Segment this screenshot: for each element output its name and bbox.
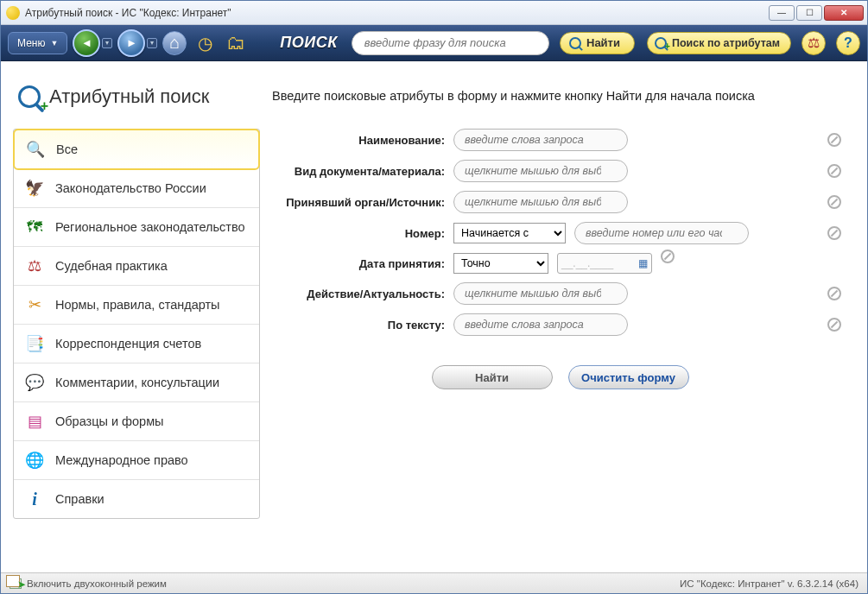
sidebar-item-label: Комментарии, консультации <box>55 376 219 390</box>
version-label: ИС "Кодекс: Интранет" v. 6.3.2.14 (x64) <box>680 578 858 589</box>
ledger-icon: 📑 <box>24 333 45 354</box>
sidebar-item-label: Региональное законодательство <box>55 220 245 235</box>
number-mode-select[interactable]: Начинается с <box>453 223 566 243</box>
search-form: Наименование: Вид документа/материала: П… <box>272 129 855 389</box>
sidebar-item-references[interactable]: i Справки <box>14 480 259 518</box>
page-title: Атрибутный поиск <box>49 85 209 108</box>
history-button[interactable]: ◷ <box>192 31 218 55</box>
info-icon: i <box>24 489 45 509</box>
app-icon <box>6 6 20 20</box>
relevance-input[interactable] <box>453 282 628 305</box>
sidebar-item-legislation-russia[interactable]: 🦅 Законодательство России <box>14 169 259 208</box>
doctype-input[interactable] <box>453 160 628 182</box>
sidebar-item-label: Судебная практика <box>55 259 168 274</box>
chevron-down-icon: ▼ <box>50 39 58 47</box>
search-input[interactable] <box>364 36 547 49</box>
label-authority: Принявший орган/Источник: <box>272 196 445 209</box>
form-clear-button[interactable]: Очистить форму <box>568 365 689 389</box>
search-section-title: ПОИСК <box>280 34 337 52</box>
attr-label: Поиск по атрибутам <box>672 37 780 49</box>
sidebar-item-court-practice[interactable]: ⚖ Судебная практика <box>14 247 259 286</box>
authority-input[interactable] <box>453 191 628 213</box>
clear-icon[interactable] <box>661 250 675 263</box>
nav-back-history[interactable]: ▾ <box>102 38 112 48</box>
label-doctype: Вид документа/материала: <box>272 165 445 178</box>
clear-icon[interactable] <box>827 226 841 240</box>
calendar-icon[interactable]: ▦ <box>638 257 648 269</box>
form-find-button[interactable]: Найти <box>432 365 553 389</box>
page-heading: + Атрибутный поиск <box>13 77 260 129</box>
number-input[interactable] <box>574 222 749 244</box>
magnifier-icon: 🔍 <box>25 139 46 160</box>
dual-pane-toggle[interactable]: Включить двухоконный режим <box>27 578 167 589</box>
title-bar: Атрибутный поиск - ИС "Кодекс: Интранет"… <box>1 1 867 25</box>
maximize-button[interactable]: ☐ <box>796 5 822 21</box>
search-icon <box>569 37 581 49</box>
globe-icon: 🌐 <box>24 450 45 471</box>
window-title: Атрибутный поиск - ИС "Кодекс: Интранет" <box>25 7 231 19</box>
folders-button[interactable]: 🗂 <box>223 31 249 55</box>
sidebar-item-forms[interactable]: ▤ Образцы и формы <box>14 402 259 441</box>
find-button[interactable]: Найти <box>560 32 635 54</box>
nav-forward-button[interactable]: ► <box>117 29 145 57</box>
balance-button[interactable]: ⚖ <box>801 31 826 55</box>
sidebar-item-label: Все <box>56 142 78 157</box>
label-name: Наименование: <box>272 134 445 147</box>
status-bar: ➤ Включить двухоконный режим ИС "Кодекс:… <box>1 572 867 593</box>
clear-icon[interactable] <box>827 133 841 147</box>
label-number: Номер: <box>272 227 445 240</box>
find-label: Найти <box>586 36 620 49</box>
help-button[interactable]: ? <box>836 31 860 55</box>
nav-forward-history[interactable]: ▾ <box>147 38 157 48</box>
attribute-search-button[interactable]: + Поиск по атрибутам <box>647 32 791 54</box>
dual-pane-icon: ➤ <box>10 578 22 589</box>
label-text: По тексту: <box>272 319 445 332</box>
scale-icon: ⚖ <box>808 35 820 51</box>
sidebar-item-international[interactable]: 🌐 Международное право <box>14 441 259 480</box>
main-hint: Введите поисковые атрибуты в форму и наж… <box>272 77 855 129</box>
label-date: Дата принятия: <box>272 257 445 270</box>
clear-icon[interactable] <box>827 287 841 300</box>
clear-icon[interactable] <box>827 318 841 332</box>
sidebar-item-accounts[interactable]: 📑 Корреспонденция счетов <box>14 325 259 363</box>
compass-icon: ✂ <box>24 294 45 315</box>
sidebar-item-label: Законодательство России <box>55 181 206 196</box>
name-input[interactable] <box>453 129 628 151</box>
search-plus-icon: + <box>18 85 41 108</box>
home-button[interactable]: ⌂ <box>162 31 187 55</box>
form-icon: ▤ <box>24 411 45 432</box>
search-box[interactable] <box>352 31 549 55</box>
clear-icon[interactable] <box>827 195 841 209</box>
sidebar-item-comments[interactable]: 💬 Комментарии, консультации <box>14 363 259 402</box>
date-input[interactable]: __.__.____ ▦ <box>557 253 652 274</box>
nav-back-button[interactable]: ◄ <box>73 29 100 57</box>
sidebar-item-label: Корреспонденция счетов <box>55 337 201 351</box>
chat-icon: 💬 <box>24 372 45 393</box>
menu-button[interactable]: Меню ▼ <box>8 32 67 54</box>
emblem-icon: 🦅 <box>24 178 45 199</box>
clear-icon[interactable] <box>827 164 841 178</box>
category-list: 🔍 Все 🦅 Законодательство России 🗺 Регион… <box>13 129 260 519</box>
sidebar-item-label: Нормы, правила, стандарты <box>55 298 220 313</box>
help-icon: ? <box>844 35 852 51</box>
label-relevance: Действие/Актуальность: <box>272 288 445 300</box>
scale-icon: ⚖ <box>24 256 45 276</box>
sidebar-item-standards[interactable]: ✂ Нормы, правила, стандарты <box>14 286 259 325</box>
menu-label: Меню <box>17 37 45 49</box>
date-mask: __.__.____ <box>561 257 613 269</box>
date-mode-select[interactable]: Точно <box>453 253 548 274</box>
sidebar-item-label: Международное право <box>55 453 188 468</box>
search-plus-icon: + <box>655 37 667 49</box>
fulltext-input[interactable] <box>453 313 628 336</box>
map-icon: 🗺 <box>24 217 45 237</box>
sidebar-item-regional[interactable]: 🗺 Региональное законодательство <box>14 208 259 247</box>
sidebar-item-all[interactable]: 🔍 Все <box>13 129 260 170</box>
sidebar-item-label: Справки <box>55 492 105 507</box>
sidebar-item-label: Образцы и формы <box>55 414 164 429</box>
close-button[interactable]: ✕ <box>824 5 864 21</box>
minimize-button[interactable]: — <box>769 5 795 21</box>
toolbar: Меню ▼ ◄ ▾ ► ▾ ⌂ ◷ 🗂 ПОИСК Найти + Поиск… <box>1 25 867 61</box>
